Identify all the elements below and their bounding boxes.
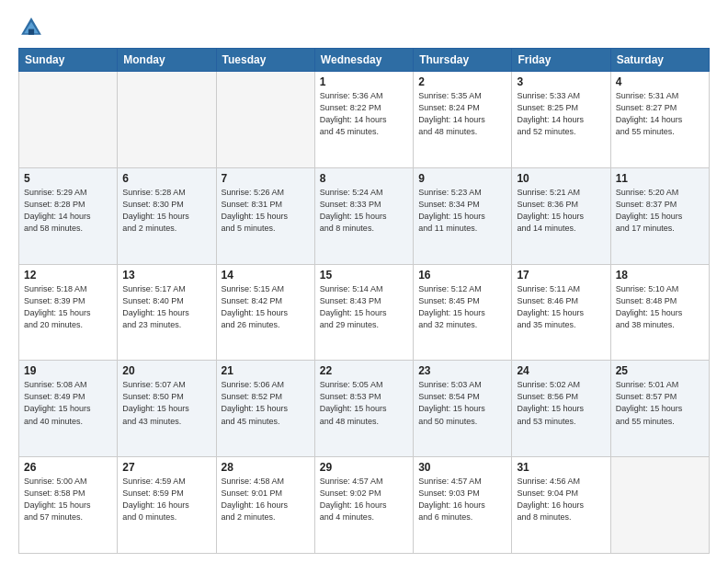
day-number: 9 xyxy=(418,172,506,185)
logo xyxy=(18,15,48,40)
day-info: Sunrise: 5:35 AM Sunset: 8:24 PM Dayligh… xyxy=(418,90,506,138)
day-info: Sunrise: 5:28 AM Sunset: 8:30 PM Dayligh… xyxy=(122,187,210,235)
day-info: Sunrise: 5:24 AM Sunset: 8:33 PM Dayligh… xyxy=(320,187,408,235)
day-info: Sunrise: 5:07 AM Sunset: 8:50 PM Dayligh… xyxy=(122,379,210,427)
calendar-cell: 3Sunrise: 5:33 AM Sunset: 8:25 PM Daylig… xyxy=(512,72,610,168)
day-info: Sunrise: 5:18 AM Sunset: 8:39 PM Dayligh… xyxy=(24,283,112,331)
day-number: 27 xyxy=(122,461,210,474)
calendar-cell: 31Sunrise: 4:56 AM Sunset: 9:04 PM Dayli… xyxy=(512,457,610,554)
calendar-cell: 4Sunrise: 5:31 AM Sunset: 8:27 PM Daylig… xyxy=(610,72,709,168)
day-info: Sunrise: 5:26 AM Sunset: 8:31 PM Dayligh… xyxy=(222,187,310,235)
day-number: 5 xyxy=(24,172,112,185)
svg-rect-2 xyxy=(28,29,34,35)
day-info: Sunrise: 5:00 AM Sunset: 8:58 PM Dayligh… xyxy=(24,476,112,523)
day-number: 2 xyxy=(418,75,506,88)
calendar-cell: 23Sunrise: 5:03 AM Sunset: 8:54 PM Dayli… xyxy=(414,361,512,457)
day-info: Sunrise: 5:03 AM Sunset: 8:54 PM Dayligh… xyxy=(418,379,506,427)
calendar-cell: 14Sunrise: 5:15 AM Sunset: 8:42 PM Dayli… xyxy=(216,264,314,361)
day-info: Sunrise: 5:01 AM Sunset: 8:57 PM Dayligh… xyxy=(616,379,704,427)
calendar-cell: 2Sunrise: 5:35 AM Sunset: 8:24 PM Daylig… xyxy=(414,72,512,168)
calendar-cell: 24Sunrise: 5:02 AM Sunset: 8:56 PM Dayli… xyxy=(512,361,610,457)
day-info: Sunrise: 5:15 AM Sunset: 8:42 PM Dayligh… xyxy=(222,283,310,331)
calendar-cell: 11Sunrise: 5:20 AM Sunset: 8:37 PM Dayli… xyxy=(610,167,709,264)
weekday-header-wednesday: Wednesday xyxy=(314,49,413,72)
day-info: Sunrise: 5:05 AM Sunset: 8:53 PM Dayligh… xyxy=(320,379,408,427)
day-number: 8 xyxy=(320,172,408,185)
weekday-header-saturday: Saturday xyxy=(610,49,709,72)
day-number: 29 xyxy=(320,461,408,474)
calendar-cell: 20Sunrise: 5:07 AM Sunset: 8:50 PM Dayli… xyxy=(118,361,216,457)
day-number: 4 xyxy=(616,75,704,88)
calendar-cell: 7Sunrise: 5:26 AM Sunset: 8:31 PM Daylig… xyxy=(216,167,314,264)
day-info: Sunrise: 5:02 AM Sunset: 8:56 PM Dayligh… xyxy=(517,379,605,427)
day-number: 14 xyxy=(222,269,310,282)
calendar-cell: 15Sunrise: 5:14 AM Sunset: 8:43 PM Dayli… xyxy=(314,264,413,361)
calendar-cell: 21Sunrise: 5:06 AM Sunset: 8:52 PM Dayli… xyxy=(216,361,314,457)
logo-icon xyxy=(18,15,44,40)
day-info: Sunrise: 5:20 AM Sunset: 8:37 PM Dayligh… xyxy=(616,187,704,235)
day-info: Sunrise: 5:23 AM Sunset: 8:34 PM Dayligh… xyxy=(418,187,506,235)
day-number: 28 xyxy=(222,461,310,474)
day-info: Sunrise: 5:17 AM Sunset: 8:40 PM Dayligh… xyxy=(122,283,210,331)
calendar-cell xyxy=(610,457,709,554)
day-number: 3 xyxy=(517,75,605,88)
calendar-cell: 19Sunrise: 5:08 AM Sunset: 8:49 PM Dayli… xyxy=(19,361,118,457)
weekday-header-row: SundayMondayTuesdayWednesdayThursdayFrid… xyxy=(19,49,710,72)
day-info: Sunrise: 5:08 AM Sunset: 8:49 PM Dayligh… xyxy=(24,379,112,427)
day-info: Sunrise: 4:57 AM Sunset: 9:02 PM Dayligh… xyxy=(320,476,408,523)
day-number: 25 xyxy=(616,364,704,377)
calendar-cell: 29Sunrise: 4:57 AM Sunset: 9:02 PM Dayli… xyxy=(314,457,413,554)
week-row-4: 19Sunrise: 5:08 AM Sunset: 8:49 PM Dayli… xyxy=(19,361,710,457)
day-info: Sunrise: 4:57 AM Sunset: 9:03 PM Dayligh… xyxy=(418,476,506,523)
week-row-2: 5Sunrise: 5:29 AM Sunset: 8:28 PM Daylig… xyxy=(19,167,710,264)
calendar-cell: 12Sunrise: 5:18 AM Sunset: 8:39 PM Dayli… xyxy=(19,264,118,361)
weekday-header-monday: Monday xyxy=(118,49,216,72)
week-row-1: 1Sunrise: 5:36 AM Sunset: 8:22 PM Daylig… xyxy=(19,72,710,168)
calendar-cell xyxy=(118,72,216,168)
day-info: Sunrise: 5:12 AM Sunset: 8:45 PM Dayligh… xyxy=(418,283,506,331)
day-info: Sunrise: 5:10 AM Sunset: 8:48 PM Dayligh… xyxy=(616,283,704,331)
calendar-cell: 5Sunrise: 5:29 AM Sunset: 8:28 PM Daylig… xyxy=(19,167,118,264)
day-info: Sunrise: 5:29 AM Sunset: 8:28 PM Dayligh… xyxy=(24,187,112,235)
calendar-cell xyxy=(19,72,118,168)
calendar-cell: 30Sunrise: 4:57 AM Sunset: 9:03 PM Dayli… xyxy=(414,457,512,554)
day-number: 24 xyxy=(517,364,605,377)
calendar-cell: 25Sunrise: 5:01 AM Sunset: 8:57 PM Dayli… xyxy=(610,361,709,457)
day-number: 11 xyxy=(616,172,704,185)
day-number: 20 xyxy=(122,364,210,377)
day-number: 1 xyxy=(320,75,408,88)
calendar-cell: 6Sunrise: 5:28 AM Sunset: 8:30 PM Daylig… xyxy=(118,167,216,264)
calendar-cell: 10Sunrise: 5:21 AM Sunset: 8:36 PM Dayli… xyxy=(512,167,610,264)
day-info: Sunrise: 5:31 AM Sunset: 8:27 PM Dayligh… xyxy=(616,90,704,138)
weekday-header-sunday: Sunday xyxy=(19,49,118,72)
weekday-header-friday: Friday xyxy=(512,49,610,72)
weekday-header-thursday: Thursday xyxy=(414,49,512,72)
day-number: 15 xyxy=(320,269,408,282)
calendar-cell: 28Sunrise: 4:58 AM Sunset: 9:01 PM Dayli… xyxy=(216,457,314,554)
day-info: Sunrise: 5:36 AM Sunset: 8:22 PM Dayligh… xyxy=(320,90,408,138)
calendar-cell: 9Sunrise: 5:23 AM Sunset: 8:34 PM Daylig… xyxy=(414,167,512,264)
day-info: Sunrise: 5:21 AM Sunset: 8:36 PM Dayligh… xyxy=(517,187,605,235)
day-number: 12 xyxy=(24,269,112,282)
calendar-cell xyxy=(216,72,314,168)
calendar-cell: 13Sunrise: 5:17 AM Sunset: 8:40 PM Dayli… xyxy=(118,264,216,361)
header xyxy=(18,15,710,40)
day-info: Sunrise: 5:14 AM Sunset: 8:43 PM Dayligh… xyxy=(320,283,408,331)
week-row-5: 26Sunrise: 5:00 AM Sunset: 8:58 PM Dayli… xyxy=(19,457,710,554)
day-info: Sunrise: 5:06 AM Sunset: 8:52 PM Dayligh… xyxy=(222,379,310,427)
day-number: 22 xyxy=(320,364,408,377)
day-number: 26 xyxy=(24,461,112,474)
day-number: 19 xyxy=(24,364,112,377)
day-number: 10 xyxy=(517,172,605,185)
day-info: Sunrise: 4:59 AM Sunset: 8:59 PM Dayligh… xyxy=(122,476,210,523)
day-info: Sunrise: 5:11 AM Sunset: 8:46 PM Dayligh… xyxy=(517,283,605,331)
day-number: 13 xyxy=(122,269,210,282)
day-number: 6 xyxy=(122,172,210,185)
calendar-table: SundayMondayTuesdayWednesdayThursdayFrid… xyxy=(18,48,710,554)
calendar-cell: 18Sunrise: 5:10 AM Sunset: 8:48 PM Dayli… xyxy=(610,264,709,361)
calendar-cell: 22Sunrise: 5:05 AM Sunset: 8:53 PM Dayli… xyxy=(314,361,413,457)
calendar-cell: 1Sunrise: 5:36 AM Sunset: 8:22 PM Daylig… xyxy=(314,72,413,168)
calendar-cell: 17Sunrise: 5:11 AM Sunset: 8:46 PM Dayli… xyxy=(512,264,610,361)
day-number: 21 xyxy=(222,364,310,377)
page: SundayMondayTuesdayWednesdayThursdayFrid… xyxy=(0,0,728,563)
